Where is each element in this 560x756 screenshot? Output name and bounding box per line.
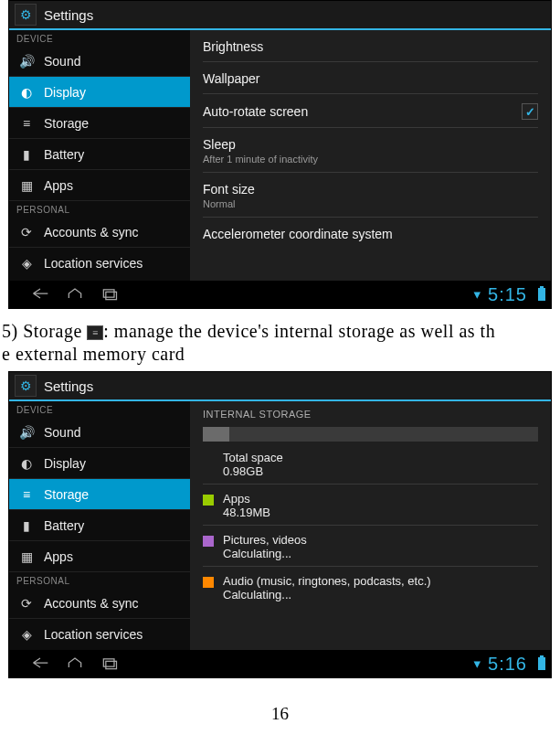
- location-icon: ◈: [18, 627, 35, 642]
- row-total-space[interactable]: Total space 0.98GB: [203, 443, 538, 484]
- sidebar-item-display[interactable]: ◐ Display: [9, 448, 190, 479]
- category-personal: PERSONAL: [9, 572, 190, 588]
- storage-bar-used-segment: [203, 427, 229, 442]
- sync-icon: ⟳: [18, 225, 35, 240]
- sidebar-item-label: Apps: [44, 549, 73, 564]
- recent-apps-icon[interactable]: [100, 286, 119, 303]
- settings-sidebar: DEVICE 🔊 Sound ◐ Display ≡ Storage ▮ Bat…: [9, 401, 190, 650]
- sidebar-item-label: Apps: [44, 178, 73, 193]
- system-navbar: ▾ 5:15: [9, 281, 551, 308]
- row-audio-storage[interactable]: Audio (music, ringtones, podcasts, etc.)…: [203, 567, 538, 607]
- category-personal: PERSONAL: [9, 201, 190, 217]
- sidebar-item-label: Sound: [44, 425, 80, 440]
- settings-title: Settings: [44, 7, 93, 23]
- titlebar: ⚙ Settings: [9, 1, 551, 30]
- sidebar-item-sound[interactable]: 🔊 Sound: [9, 417, 190, 448]
- settings-sidebar: DEVICE 🔊 Sound ◐ Display ≡ Storage ▮ Bat…: [9, 30, 190, 281]
- sidebar-item-storage[interactable]: ≡ Storage: [9, 479, 190, 510]
- sidebar-item-label: Location services: [44, 256, 143, 271]
- display-icon: ◐: [18, 85, 35, 100]
- svg-rect-0: [103, 289, 114, 296]
- sidebar-item-apps[interactable]: ▦ Apps: [9, 541, 190, 572]
- back-icon[interactable]: [31, 655, 49, 673]
- display-icon: ◐: [18, 456, 35, 471]
- svg-rect-1: [106, 292, 117, 299]
- row-pictures-storage[interactable]: Pictures, videos Calculating...: [203, 526, 538, 567]
- back-icon[interactable]: [31, 286, 49, 303]
- sidebar-item-label: Location services: [44, 627, 143, 642]
- sound-icon: 🔊: [18, 54, 35, 69]
- sidebar-item-label: Accounts & sync: [44, 225, 139, 240]
- battery-status-icon: [538, 288, 545, 301]
- system-navbar: ▾ 5:16: [9, 650, 551, 677]
- sidebar-item-label: Display: [44, 456, 86, 471]
- settings-title: Settings: [44, 378, 93, 394]
- titlebar: ⚙ Settings: [9, 372, 551, 401]
- row-accelerometer[interactable]: Accelerometer coordinate system: [203, 218, 538, 249]
- home-icon[interactable]: [66, 286, 84, 303]
- svg-rect-2: [103, 658, 114, 665]
- storage-usage-bar: [203, 427, 538, 442]
- home-icon[interactable]: [66, 655, 84, 673]
- category-device: DEVICE: [9, 401, 190, 417]
- svg-rect-3: [106, 661, 117, 668]
- sidebar-item-sound[interactable]: 🔊 Sound: [9, 46, 190, 77]
- document-paragraph: 5) Storage ≡: manage the device's intern…: [0, 316, 560, 371]
- sync-icon: ⟳: [18, 596, 35, 611]
- swatch-apps: [203, 495, 214, 506]
- storage-section-header: INTERNAL STORAGE: [203, 401, 538, 421]
- sidebar-item-label: Battery: [44, 518, 84, 533]
- screenshot-display-settings: ⚙ Settings DEVICE 🔊 Sound ◐ Display ≡ St…: [8, 0, 552, 309]
- row-apps-storage[interactable]: Apps 48.19MB: [203, 484, 538, 526]
- settings-detail-panel: INTERNAL STORAGE Total space 0.98GB Apps: [190, 401, 551, 650]
- row-wallpaper[interactable]: Wallpaper: [203, 62, 538, 94]
- sidebar-item-location[interactable]: ◈ Location services: [9, 619, 190, 649]
- sidebar-item-label: Sound: [44, 54, 80, 69]
- sidebar-item-label: Display: [44, 85, 86, 100]
- storage-icon: ≡: [18, 487, 35, 502]
- sidebar-item-battery[interactable]: ▮ Battery: [9, 510, 190, 541]
- sidebar-item-label: Accounts & sync: [44, 596, 139, 611]
- sidebar-item-accounts[interactable]: ⟳ Accounts & sync: [9, 588, 190, 619]
- recent-apps-icon[interactable]: [100, 655, 119, 673]
- storage-icon: ≡: [18, 116, 35, 131]
- sound-icon: 🔊: [18, 425, 35, 440]
- sidebar-item-location[interactable]: ◈ Location services: [9, 248, 190, 278]
- storage-inline-icon: ≡: [87, 325, 103, 340]
- sidebar-item-label: Storage: [44, 487, 89, 502]
- apps-icon: ▦: [18, 549, 35, 564]
- battery-status-icon: [538, 657, 545, 670]
- screenshot-storage-settings: ⚙ Settings DEVICE 🔊 Sound ◐ Display ≡ St…: [8, 371, 552, 678]
- page-number: 16: [0, 704, 560, 724]
- battery-icon: ▮: [18, 147, 35, 162]
- apps-icon: ▦: [18, 178, 35, 193]
- sidebar-item-label: Battery: [44, 147, 84, 162]
- status-clock: 5:16: [488, 654, 527, 675]
- settings-detail-panel: Brightness Wallpaper Auto-rotate screen …: [190, 30, 551, 281]
- location-icon: ◈: [18, 256, 35, 271]
- battery-icon: ▮: [18, 518, 35, 533]
- row-auto-rotate[interactable]: Auto-rotate screen ✓: [203, 94, 538, 128]
- swatch-audio: [203, 577, 214, 588]
- row-sleep[interactable]: Sleep After 1 minute of inactivity: [203, 128, 538, 173]
- settings-app-icon: ⚙: [15, 375, 37, 397]
- category-device: DEVICE: [9, 30, 190, 46]
- sidebar-item-label: Storage: [44, 116, 89, 131]
- sidebar-item-battery[interactable]: ▮ Battery: [9, 139, 190, 170]
- sidebar-item-apps[interactable]: ▦ Apps: [9, 170, 190, 201]
- wifi-icon: ▾: [474, 286, 481, 303]
- swatch-none: [203, 453, 214, 464]
- row-brightness[interactable]: Brightness: [203, 30, 538, 62]
- settings-app-icon: ⚙: [15, 4, 37, 26]
- auto-rotate-checkbox[interactable]: ✓: [522, 103, 538, 120]
- row-font-size[interactable]: Font size Normal: [203, 173, 538, 218]
- sidebar-item-display[interactable]: ◐ Display: [9, 77, 190, 108]
- status-clock: 5:15: [488, 284, 527, 305]
- swatch-pictures: [203, 536, 214, 547]
- sidebar-item-accounts[interactable]: ⟳ Accounts & sync: [9, 217, 190, 248]
- sidebar-item-storage[interactable]: ≡ Storage: [9, 108, 190, 139]
- wifi-icon: ▾: [474, 655, 481, 672]
